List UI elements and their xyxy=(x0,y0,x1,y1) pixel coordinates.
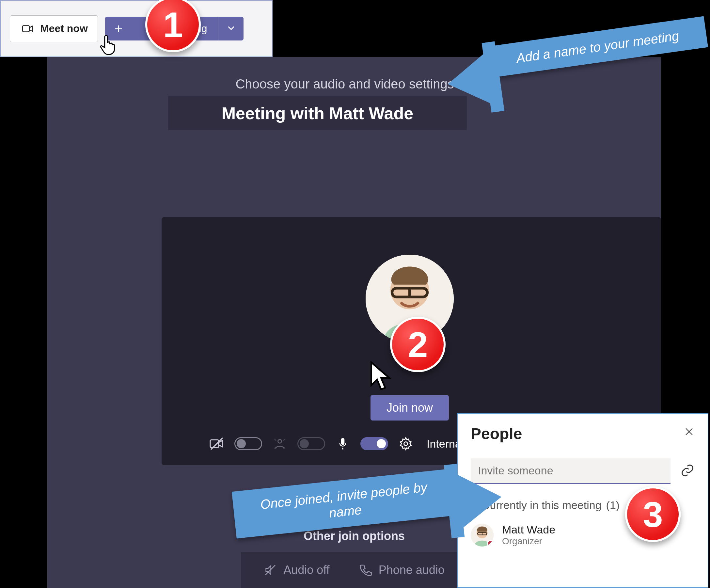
audio-off-label: Audio off xyxy=(283,563,329,577)
join-now-label: Join now xyxy=(386,401,433,414)
attendee-name: Matt Wade xyxy=(502,523,555,536)
device-settings-icon[interactable] xyxy=(398,436,413,451)
svg-rect-0 xyxy=(23,25,29,32)
currently-label: Currently in this meeting xyxy=(482,499,601,512)
microphone-icon xyxy=(335,436,351,451)
audio-off-option[interactable]: Audio off xyxy=(264,563,329,577)
meet-now-button[interactable]: Meet now xyxy=(10,15,98,42)
meeting-name-input[interactable]: Meeting with Matt Wade xyxy=(168,96,467,130)
video-icon xyxy=(20,21,36,37)
meet-now-label: Meet now xyxy=(40,23,88,34)
attendee-avatar xyxy=(471,524,494,546)
people-title: People xyxy=(471,425,695,443)
settings-heading: Choose your audio and video settings for xyxy=(47,77,661,91)
camera-off-icon xyxy=(209,436,224,451)
new-meeting-dropdown[interactable] xyxy=(218,17,243,41)
phone-audio-option[interactable]: Phone audio xyxy=(359,563,445,577)
join-now-button[interactable]: Join now xyxy=(371,395,449,421)
attendee-role: Organizer xyxy=(502,536,555,546)
background-toggle[interactable] xyxy=(298,437,325,450)
cursor-arrow-icon xyxy=(369,361,395,395)
close-people-button[interactable] xyxy=(684,426,695,439)
chevron-down-icon xyxy=(226,23,237,34)
meeting-toolbar: Meet now hidden ing xyxy=(0,0,273,57)
presence-busy-icon xyxy=(487,540,494,546)
collapse-triangle-icon xyxy=(471,499,477,512)
invite-someone-input[interactable] xyxy=(471,458,670,484)
step-badge-3: 3 xyxy=(625,487,681,542)
copy-link-icon[interactable] xyxy=(680,463,695,479)
microphone-toggle[interactable] xyxy=(360,437,388,450)
currently-count: (1) xyxy=(606,499,620,512)
svg-point-8 xyxy=(404,442,408,446)
cursor-hand-icon xyxy=(99,34,118,56)
background-fx-icon xyxy=(272,436,288,451)
step-badge-2: 2 xyxy=(390,317,446,372)
phone-audio-label: Phone audio xyxy=(379,563,445,577)
camera-toggle[interactable] xyxy=(234,437,262,450)
svg-point-7 xyxy=(278,440,282,443)
